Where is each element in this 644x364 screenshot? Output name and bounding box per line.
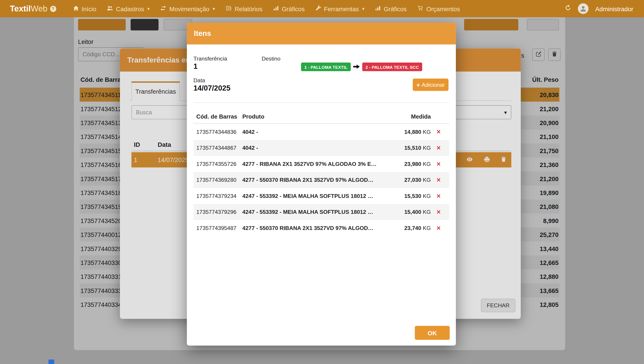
- remove-item-icon[interactable]: ×: [431, 176, 446, 184]
- measure-value: 14,880: [404, 129, 421, 135]
- remove-item-icon[interactable]: ×: [431, 192, 446, 200]
- measure-cell: 14,880 KG: [394, 129, 431, 135]
- nav-item-movimentacao[interactable]: Movimentação ▾: [155, 0, 220, 17]
- nav-label: Movimentação: [170, 5, 210, 12]
- user-name[interactable]: Administrador: [595, 5, 633, 12]
- transfer-route: 1 - PALLOMA TEXTIL 2 - PALLOMA TEXTIL SC…: [301, 63, 422, 71]
- measure-unit: KG: [423, 209, 431, 215]
- barcode-cell: 1735774344867: [196, 145, 242, 151]
- plus-icon: +: [416, 81, 420, 88]
- nav-item-graficos-1[interactable]: Gráficos: [268, 0, 310, 17]
- ok-button[interactable]: OK: [415, 326, 450, 340]
- nav-item-ferramentas[interactable]: Ferramentas ▾: [310, 0, 370, 17]
- items-modal: Itens Transferência 1 Destino 1 - PALLOM…: [187, 23, 456, 346]
- measure-unit: KG: [423, 161, 431, 167]
- arrow-right-icon: [353, 63, 360, 71]
- home-icon: [73, 5, 79, 12]
- measure-cell: 23,740 KG: [394, 225, 431, 231]
- nav-item-orcamentos[interactable]: Orçamentos: [412, 0, 465, 17]
- origin-badge: 1 - PALLOMA TEXTIL: [301, 63, 351, 71]
- product-cell: 4247 - 553392 - MEIA MALHA SOFTPLUS 1801…: [242, 193, 394, 199]
- measure-value: 27,030: [404, 177, 421, 183]
- measure-unit: KG: [423, 177, 431, 183]
- report-icon: [226, 5, 232, 12]
- wrench-icon: [315, 5, 321, 12]
- measure-value: 15,510: [404, 145, 421, 151]
- barcode-cell: 1735774344836: [196, 129, 242, 135]
- measure-unit: KG: [423, 193, 431, 199]
- item-row: 1735774379234 4247 - 553392 - MEIA MALHA…: [193, 188, 449, 204]
- chevron-down-icon: ▾: [212, 6, 215, 12]
- add-item-button[interactable]: + Adicionar: [413, 79, 449, 91]
- item-row: 1735774344867 4042 - 15,510 KG ×: [193, 140, 449, 156]
- remove-item-icon[interactable]: ×: [431, 160, 446, 168]
- nav-label: Ferramentas: [324, 5, 359, 12]
- add-item-label: Adicionar: [422, 82, 444, 88]
- measure-cell: 15,510 KG: [394, 145, 431, 151]
- nav-item-graficos-2[interactable]: Gráficos: [370, 0, 412, 17]
- measure-cell: 27,030 KG: [394, 177, 431, 183]
- nav-label: Gráficos: [282, 5, 305, 12]
- barcode-cell: 1735774355726: [196, 161, 242, 167]
- chevron-down-icon: ▾: [362, 6, 364, 12]
- nav-label: Cadastros: [116, 5, 144, 12]
- screen: Leitor s Cód. de Barras Últ. Peso 173577…: [0, 0, 644, 364]
- item-row: 1735774369280 4277 - 550370 RIBANA 2X1 3…: [193, 172, 449, 188]
- product-cell: 4247 - 553392 - MEIA MALHA SOFTPLUS 1801…: [242, 209, 394, 215]
- nav-label: Relatórios: [235, 5, 262, 12]
- items-table-header: Cód. de Barras Produto Medida: [193, 110, 449, 124]
- remove-item-icon[interactable]: ×: [431, 144, 446, 152]
- items-table-body: 1735774344836 4042 - 14,880 KG × 1735774…: [193, 124, 449, 236]
- barcode-cell: 1735774369280: [196, 177, 242, 183]
- refresh-icon[interactable]: [565, 5, 572, 13]
- nav-label: Gráficos: [384, 5, 407, 12]
- product-cell: 4277 - RIBANA 2X1 3527VD 97% ALGODAO 3% …: [242, 161, 394, 167]
- col-product-header: Produto: [242, 113, 394, 120]
- product-cell: 4277 - 550370 RIBANA 2X1 3527VD 97% ALGO…: [242, 225, 394, 231]
- measure-value: 15,530: [404, 193, 421, 199]
- items-modal-title: Itens: [187, 23, 456, 44]
- users-icon: [107, 5, 113, 12]
- item-row: 1735774379296 4247 - 553392 - MEIA MALHA…: [193, 204, 449, 220]
- transfer-label: Transferência: [193, 56, 227, 62]
- nav-item-inicio[interactable]: Início: [68, 0, 102, 17]
- product-cell: 4042 -: [242, 129, 394, 135]
- barcode-cell: 1735774379234: [196, 193, 242, 199]
- cart-icon: [417, 5, 424, 12]
- measure-cell: 15,400 KG: [394, 209, 431, 215]
- transfer-value: 1: [193, 62, 197, 71]
- measure-value: 23,980: [404, 161, 421, 167]
- item-row: 1735774355726 4277 - RIBANA 2X1 3527VD 9…: [193, 156, 449, 172]
- product-cell: 4042 -: [242, 145, 394, 151]
- nav-label: Orçamentos: [426, 5, 460, 12]
- measure-unit: KG: [423, 145, 431, 151]
- measure-unit: KG: [423, 129, 431, 135]
- bar-chart-icon: [273, 5, 279, 12]
- nav-item-cadastros[interactable]: Cadastros ▾: [102, 0, 155, 17]
- col-barcode-header: Cód. de Barras: [196, 113, 242, 120]
- exchange-icon: [160, 5, 166, 12]
- brand-logo[interactable]: TextilWeb ?: [10, 4, 56, 13]
- measure-value: 23,740: [404, 225, 421, 231]
- destination-badge: 2 - PALLOMA TEXTIL SCC: [362, 63, 422, 71]
- navbar: TextilWeb ? Início Cadastros ▾ Movimenta…: [0, 0, 644, 17]
- item-row: 1735774344836 4042 - 14,880 KG ×: [193, 124, 449, 140]
- remove-item-icon[interactable]: ×: [431, 128, 446, 136]
- destination-label: Destino: [262, 56, 280, 62]
- nav-right: Administrador: [565, 3, 634, 14]
- brand-light: Web: [31, 4, 48, 13]
- remove-item-icon[interactable]: ×: [431, 208, 446, 216]
- item-row: 1735774395487 4277 - 550370 RIBANA 2X1 3…: [193, 220, 449, 236]
- help-icon[interactable]: ?: [50, 6, 56, 12]
- nav-item-relatorios[interactable]: Relatórios: [220, 0, 268, 17]
- barcode-cell: 1735774379296: [196, 209, 242, 215]
- avatar[interactable]: [578, 3, 589, 14]
- nav-menu: Início Cadastros ▾ Movimentação ▾ Relató…: [68, 0, 465, 17]
- barcode-cell: 1735774395487: [196, 225, 242, 231]
- col-measure-header: Medida: [394, 113, 431, 120]
- divider: [193, 102, 449, 103]
- measure-cell: 15,530 KG: [394, 193, 431, 199]
- remove-item-icon[interactable]: ×: [431, 224, 446, 232]
- measure-cell: 23,980 KG: [394, 161, 431, 167]
- product-cell: 4277 - 550370 RIBANA 2X1 3527VD 97% ALGO…: [242, 177, 394, 183]
